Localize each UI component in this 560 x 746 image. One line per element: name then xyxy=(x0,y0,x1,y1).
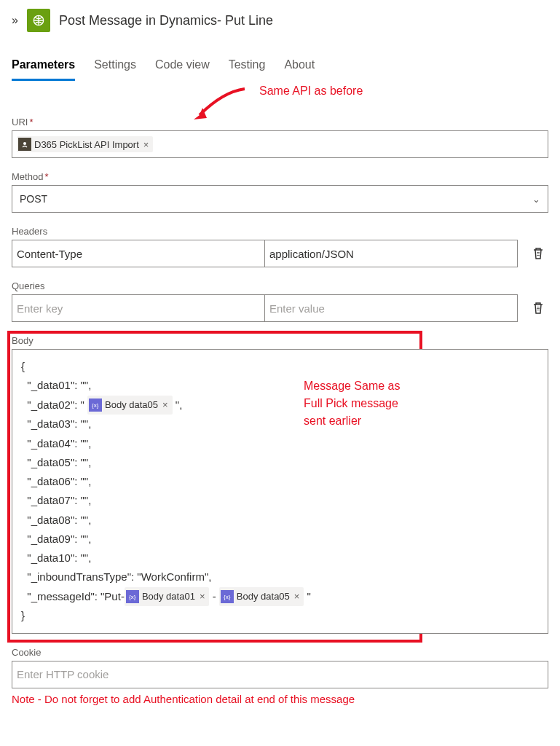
action-title: Post Message in Dynamics- Put Line xyxy=(59,13,273,28)
query-value-input[interactable]: Enter value xyxy=(264,294,518,322)
body-text: "_data10": "", xyxy=(21,549,539,568)
svg-text:{x}: {x} xyxy=(224,594,231,600)
svg-text:{x}: {x} xyxy=(92,402,99,409)
body-token-data01[interactable]: {x} Body data01 × xyxy=(125,587,210,607)
dynamic-content-icon: {x} xyxy=(221,590,234,603)
method-value: POST xyxy=(20,193,47,205)
body-token-data05[interactable]: {x} Body data05 × xyxy=(87,396,173,415)
query-key-input[interactable]: Enter key xyxy=(12,294,264,322)
method-label: Method* xyxy=(12,171,548,182)
annotation-note: Note - Do not forget to add Authenticati… xyxy=(12,693,548,705)
collapse-panel-button[interactable]: » xyxy=(12,14,18,27)
uri-token-label: D365 PickList API Import xyxy=(34,139,139,150)
connector-icon xyxy=(27,9,50,32)
remove-token-icon[interactable]: × xyxy=(143,139,149,150)
tab-testing[interactable]: Testing xyxy=(229,52,266,81)
tab-settings[interactable]: Settings xyxy=(94,52,136,81)
uri-label: URI* xyxy=(12,117,548,127)
queries-label: Queries xyxy=(12,280,548,291)
body-text: "_data05": "", xyxy=(21,453,539,472)
svg-text:{x}: {x} xyxy=(129,594,136,600)
body-label: Body xyxy=(12,335,548,346)
chevron-down-icon: ⌄ xyxy=(532,194,540,205)
variable-icon xyxy=(18,138,31,151)
body-token-data05-b[interactable]: {x} Body data05 × xyxy=(219,587,304,607)
tab-code-view[interactable]: Code view xyxy=(155,52,210,81)
annotation-same-api: Same API as before xyxy=(259,85,363,98)
body-text: "_data01": "", xyxy=(21,376,539,395)
tabs-bar: Parameters Settings Code view Testing Ab… xyxy=(12,52,548,82)
remove-token-icon[interactable]: × xyxy=(200,589,205,605)
annotation-arrow xyxy=(186,83,252,127)
annotation-body-3: sent earlier xyxy=(304,411,361,431)
cookie-input[interactable] xyxy=(17,668,543,680)
body-text: "_data09": "", xyxy=(21,530,539,549)
cookie-input-wrapper xyxy=(12,661,548,688)
header-value-input[interactable]: application/JSON xyxy=(264,240,518,267)
body-text: "_data03": "", xyxy=(21,415,539,433)
method-select[interactable]: POST ⌄ xyxy=(12,185,548,213)
body-text: "_data04": "", xyxy=(21,434,539,453)
body-text: "_data07": "", xyxy=(21,491,539,510)
body-input[interactable]: Message Same as Full Pick message sent e… xyxy=(12,349,548,634)
body-text: "_data02": " {x} Body data05 × ", xyxy=(21,396,539,415)
body-text: "_inboundTransType": "WorkConfirm", xyxy=(21,568,539,586)
header-key-input[interactable]: Content-Type xyxy=(12,240,264,267)
body-text: "_messageId": "Put- {x} Body data01 × - … xyxy=(21,587,539,607)
body-text: { xyxy=(21,357,539,376)
svg-point-1 xyxy=(23,142,26,145)
remove-token-icon[interactable]: × xyxy=(162,397,168,414)
body-text: "_data06": "", xyxy=(21,472,539,491)
remove-token-icon[interactable]: × xyxy=(294,589,300,605)
body-text: } xyxy=(21,606,539,625)
uri-token[interactable]: D365 PickList API Import × xyxy=(17,136,153,152)
cookie-label: Cookie xyxy=(12,647,548,658)
tab-about[interactable]: About xyxy=(284,52,315,81)
body-text: "_data08": "", xyxy=(21,511,539,530)
uri-input[interactable]: D365 PickList API Import × xyxy=(12,130,548,158)
delete-header-button[interactable] xyxy=(528,243,548,264)
headers-label: Headers xyxy=(12,226,548,237)
dynamic-content-icon: {x} xyxy=(126,590,139,603)
delete-query-button[interactable] xyxy=(528,298,548,318)
tab-parameters[interactable]: Parameters xyxy=(12,52,75,81)
dynamic-content-icon: {x} xyxy=(89,398,102,412)
